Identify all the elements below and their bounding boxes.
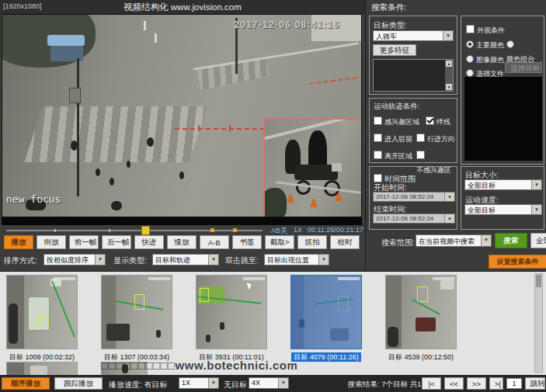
- tripwire-label: 绊线: [436, 118, 450, 126]
- appearance-checkbox-row[interactable]: 外观条件: [466, 22, 505, 36]
- listbox-scrollbar[interactable]: ▲ ▼: [445, 60, 453, 91]
- scope-select[interactable]: 在当前视频中搜索 ▼: [416, 234, 492, 247]
- feature-listbox[interactable]: ▲ ▼: [373, 59, 454, 92]
- time-range-checkbox[interactable]: [374, 174, 382, 182]
- video-frame[interactable]: 2017-12-06 08:41:16 new focus: [2, 14, 362, 217]
- trail-tick: [229, 125, 231, 131]
- search-button[interactable]: 搜索: [495, 233, 527, 248]
- display-type-value: 目标和轨迹: [155, 255, 207, 265]
- chevron-down-icon: ▼: [444, 214, 454, 223]
- result-label: 目标 4539 (00:12:50): [377, 352, 464, 363]
- fast-forward-button[interactable]: 快进: [134, 235, 164, 249]
- target-size-select[interactable]: 全部目标 ▼: [464, 179, 542, 190]
- curb-line: [193, 42, 359, 71]
- slow-play-button[interactable]: 慢放: [167, 235, 196, 249]
- roi-checkbox[interactable]: [374, 116, 382, 125]
- leave-area-checkbox-row[interactable]: 离开区域: [374, 147, 412, 161]
- result-thumbnail-5[interactable]: [385, 275, 457, 349]
- page-number-input[interactable]: [506, 378, 522, 389]
- pick-target-button[interactable]: 选择目标: [505, 62, 542, 73]
- leave-area-checkbox[interactable]: [374, 151, 382, 159]
- main-color-radio[interactable]: [466, 40, 474, 48]
- main-color-radio-row[interactable]: 主要颜色: [466, 36, 504, 50]
- enter-stay-label: 进入驻留: [384, 135, 412, 143]
- seek-marker[interactable]: [233, 228, 237, 232]
- pip-inset[interactable]: [263, 118, 362, 217]
- next-frame-button[interactable]: 后一帧: [102, 235, 131, 249]
- bookmark-button[interactable]: 书签: [232, 235, 262, 249]
- sequence-play-button[interactable]: 顺序播放: [2, 377, 50, 390]
- color-combo-radio-row[interactable]: 颜色组合: [506, 36, 544, 64]
- scroll-up-icon[interactable]: ▲: [446, 61, 452, 67]
- time-sync-button[interactable]: 校时: [330, 235, 360, 249]
- result-thumbnail-1[interactable]: [6, 275, 78, 349]
- prev-page-button[interactable]: <<: [444, 377, 464, 390]
- enter-stay-checkbox-row[interactable]: 进入驻留: [374, 130, 412, 144]
- pedestrian-blob: [96, 168, 100, 176]
- sort-select[interactable]: 按相似度排序 ▼: [43, 254, 106, 265]
- road-sign: [69, 88, 81, 103]
- end-time-combo[interactable]: 2017-12-06 08:52:24 ▼: [373, 213, 455, 224]
- next-page-button[interactable]: >>: [467, 377, 486, 390]
- motion-speed-select[interactable]: 全部目标 ▼: [464, 204, 542, 215]
- direction-label: 行进方向: [427, 135, 455, 143]
- result-thumbnail-4[interactable]: [290, 275, 362, 349]
- reverse-button[interactable]: 倒放: [37, 235, 66, 249]
- scope-label: 搜索范围:: [381, 238, 415, 248]
- target-type-group: 目标类型: 人骑车 ▼ 更多特征 ▲ ▼: [369, 16, 457, 95]
- thumb-osd: [148, 277, 170, 280]
- result-thumbnail-2[interactable]: [101, 275, 172, 349]
- roi-checkbox-row[interactable]: 感兴趣区域: [374, 113, 419, 127]
- with-target-speed-select[interactable]: 1X ▼: [179, 377, 219, 389]
- appearance-checkbox[interactable]: [466, 25, 475, 33]
- track-play-button[interactable]: 跟踪播放: [54, 377, 103, 390]
- crosswalk-decor: [24, 106, 207, 162]
- capture-button[interactable]: 截取>: [265, 235, 294, 249]
- start-time-combo[interactable]: 2017-12-06 08:52:24 ▼: [373, 192, 455, 202]
- non-roi-checkbox[interactable]: [416, 151, 425, 159]
- image-color-radio[interactable]: [466, 55, 474, 63]
- results-scrollbar-thumb[interactable]: [536, 275, 541, 287]
- thumb-target-box: [134, 294, 144, 310]
- playback-time: 00:11:26/00:21:17: [308, 226, 363, 234]
- image-color-radio-row[interactable]: 图像颜色: [466, 51, 504, 65]
- more-features-button[interactable]: 更多特征: [373, 44, 416, 56]
- thumb-car: [106, 324, 130, 341]
- ab-loop-button[interactable]: A-B: [200, 235, 229, 249]
- thumb-osd: [338, 277, 360, 280]
- display-type-select[interactable]: 目标和轨迹 ▼: [152, 254, 219, 265]
- result-thumbnail-3[interactable]: [196, 275, 267, 349]
- tripwire-checkbox[interactable]: [426, 116, 434, 125]
- seek-track[interactable]: [6, 230, 263, 231]
- enter-stay-checkbox[interactable]: [374, 134, 382, 142]
- target-type-label: 目标类型:: [374, 20, 407, 31]
- cancel-all-button[interactable]: 全部取消: [530, 233, 546, 248]
- snapshot-button[interactable]: 抓拍: [297, 235, 327, 249]
- no-target-speed-select[interactable]: 4X ▼: [249, 377, 289, 389]
- direction-checkbox-row[interactable]: 行进方向: [416, 130, 455, 144]
- color-combo-radio[interactable]: [506, 40, 514, 48]
- osd-timestamp: 2017-12-06 08:41:16: [234, 19, 339, 30]
- trail-tick: [198, 125, 200, 131]
- first-page-button[interactable]: |<: [422, 377, 441, 390]
- last-page-button[interactable]: >|: [489, 377, 503, 390]
- result-thumbnail-6[interactable]: [6, 362, 78, 376]
- choose-file-radio[interactable]: [466, 69, 474, 77]
- jump-to-select[interactable]: 目标出现位置 ▼: [264, 254, 329, 265]
- sort-label: 排序方式:: [4, 255, 37, 266]
- direction-checkbox[interactable]: [416, 134, 425, 142]
- seek-marker[interactable]: [210, 228, 214, 232]
- results-scrollbar[interactable]: [534, 273, 543, 373]
- chevron-down-icon: ▼: [278, 378, 288, 388]
- scroll-down-icon[interactable]: ▼: [446, 84, 452, 90]
- prev-frame-button[interactable]: 前一帧: [69, 235, 99, 249]
- target-type-select[interactable]: 人骑车 ▼: [373, 30, 454, 41]
- app-window: [1920x1080] 视频结构化 www.jovision.com: [0, 0, 546, 392]
- jump-page-button[interactable]: 跳转: [525, 377, 545, 390]
- tripwire-checkbox-row[interactable]: 绊线: [426, 113, 450, 127]
- appearance-label: 外观条件: [477, 26, 505, 34]
- set-conditions-button[interactable]: 设置搜索条件: [489, 255, 546, 269]
- display-type-label: 显示类型:: [113, 255, 147, 266]
- play-button[interactable]: 播放: [4, 235, 33, 249]
- chevron-down-icon: ▼: [444, 193, 454, 201]
